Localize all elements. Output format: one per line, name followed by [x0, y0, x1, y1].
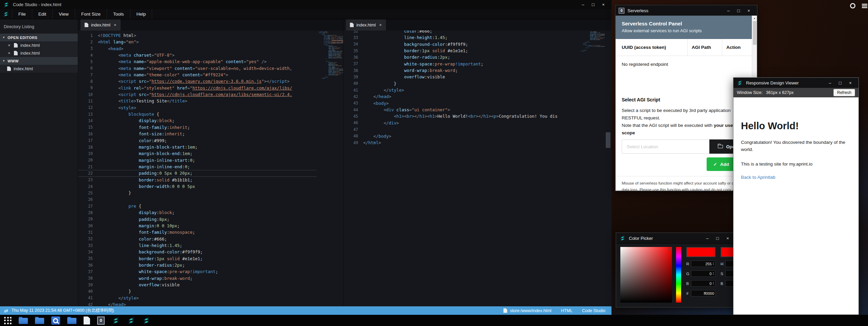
code-line[interactable]: 45 <h1><br></h1><h1>Hello World!<br></h1…: [343, 113, 578, 119]
status-file-path[interactable]: store:/www/index.html: [510, 308, 551, 313]
add-button[interactable]: ✓ Add: [707, 157, 736, 171]
code-line[interactable]: 8 <script src="https://code.jquery.com/j…: [78, 78, 317, 84]
scrollbar-thumb[interactable]: [753, 21, 757, 45]
menu-edit[interactable]: Edit: [32, 9, 53, 19]
code-line[interactable]: 37 white-space:pre-wrap!important;: [78, 268, 317, 275]
code-line[interactable]: 14 display:block;: [78, 117, 317, 124]
folder-icon[interactable]: [35, 318, 44, 324]
maximize-icon[interactable]: □: [712, 236, 723, 241]
code-line[interactable]: 30 margin:0 0 10px;: [78, 223, 317, 229]
serverless-app-icon[interactable]: 0: [97, 317, 105, 325]
code-line[interactable]: 49</html>: [343, 139, 578, 146]
spinner-icon[interactable]: ▲▼: [713, 262, 714, 265]
menu-help[interactable]: Help: [130, 9, 153, 19]
b-stepper[interactable]: B0▲▼: [686, 280, 715, 287]
code-line[interactable]: 39 overflow:visible: [78, 282, 317, 288]
code-line[interactable]: 9 <link rel="stylesheet" href="https://c…: [78, 85, 317, 91]
code-line[interactable]: 46 </div>: [343, 120, 578, 126]
minimize-icon[interactable]: –: [825, 80, 835, 85]
code-line[interactable]: 40 }: [343, 80, 578, 87]
code-line[interactable]: 33 line-height:1.45;: [78, 242, 317, 249]
code-line[interactable]: 38 word-wrap:break-word;: [78, 275, 317, 282]
scrollbar-thumb[interactable]: [606, 132, 610, 148]
media-player-icon[interactable]: [51, 317, 60, 325]
code-line[interactable]: 41 </style>: [343, 87, 578, 93]
code-line[interactable]: 34 background-color:#f9f9f9;: [78, 249, 317, 255]
code-line[interactable]: 4 <meta charset="UTF-8">: [78, 52, 317, 58]
code-line[interactable]: 31 font-family:monospace;: [78, 229, 317, 235]
g-stepper[interactable]: G0▲▼: [686, 270, 715, 277]
gradient-marker[interactable]: [668, 248, 671, 251]
minimize-icon[interactable]: –: [723, 8, 733, 13]
close-icon[interactable]: ×: [723, 236, 733, 241]
code-editor[interactable]: 32 color:#666;33 line-height:1.45;34 bac…: [343, 31, 578, 306]
color-swatch[interactable]: [686, 247, 715, 257]
code-line[interactable]: 35 border:1px solid #e1e1e1;: [343, 47, 578, 54]
code-line[interactable]: 19 margin-block-end:1em;: [78, 150, 317, 157]
sidebar-item-index-html[interactable]: ×index.html: [0, 41, 78, 49]
code-line[interactable]: 48 </body>: [343, 133, 578, 139]
code-line[interactable]: 1<!DOCTYPE html>: [78, 32, 317, 39]
maximize-icon[interactable]: □: [733, 8, 744, 13]
maximize-icon[interactable]: □: [835, 80, 845, 85]
minimize-icon[interactable]: –: [702, 236, 712, 241]
menu-font-size[interactable]: Font Size: [75, 9, 107, 19]
code-line[interactable]: 24 border-width:0 0 0 5px: [78, 183, 317, 190]
code-line[interactable]: 35 border:1px solid #e1e1e1;: [78, 255, 317, 262]
code-line[interactable]: 5 <meta name="apple-mobile-web-app-capab…: [78, 58, 317, 65]
tab-close-icon[interactable]: ×: [379, 22, 382, 27]
code-studio-icon[interactable]: [142, 317, 150, 325]
menu-view[interactable]: View: [53, 9, 75, 19]
menu-tools[interactable]: Tools: [107, 9, 130, 19]
hue-slider[interactable]: [676, 247, 681, 303]
loader-circle-icon[interactable]: [850, 3, 855, 8]
code-line[interactable]: 36 border-radius:2px;: [343, 54, 578, 60]
code-line[interactable]: 21 margin-inline-end:0;: [78, 164, 317, 170]
hex-field[interactable]: #ff0000: [686, 290, 715, 296]
code-line[interactable]: 11 <title>Testing Site</title>: [78, 98, 317, 104]
code-line[interactable]: 7 <meta name="theme-color" content="#ff9…: [78, 72, 317, 78]
code-line[interactable]: 18 margin-block-start:1em;: [78, 144, 317, 150]
hamburger-menu-icon[interactable]: [862, 4, 867, 8]
close-icon[interactable]: ×: [7, 43, 11, 48]
code-line[interactable]: 12 <style>: [78, 104, 317, 111]
scrollbar[interactable]: [605, 31, 612, 306]
spinner-icon[interactable]: ▲▼: [713, 272, 714, 275]
code-line[interactable]: 32 color:#666;: [343, 31, 578, 34]
code-line[interactable]: 17 color:#999;: [78, 137, 317, 144]
code-studio-icon[interactable]: [112, 317, 120, 325]
tab-index-html[interactable]: index.html ×: [346, 19, 386, 31]
sidebar-item-index-html[interactable]: index.html: [0, 65, 78, 73]
text-file-icon[interactable]: [84, 317, 90, 325]
folder-icon[interactable]: [67, 318, 76, 324]
code-line[interactable]: 25 }: [78, 190, 317, 196]
code-line[interactable]: 39 overflow:visible: [343, 74, 578, 80]
code-line[interactable]: 33 line-height:1.45;: [343, 34, 578, 41]
code-line[interactable]: 13 blockquote {: [78, 111, 317, 117]
r-stepper[interactable]: R255▲▼: [686, 261, 715, 267]
code-line[interactable]: 16 font-size:inherit;: [78, 131, 317, 137]
code-line[interactable]: 32 color:#666;: [78, 236, 317, 242]
minimize-icon[interactable]: –: [578, 2, 588, 7]
minimap[interactable]: color:#666; line-height:1.45; background…: [578, 31, 605, 306]
apps-grid-icon[interactable]: [4, 317, 12, 324]
tab-close-icon[interactable]: ×: [114, 22, 117, 27]
close-icon[interactable]: ×: [7, 51, 11, 56]
sidebar-item-index-html[interactable]: ×index.html: [0, 49, 78, 57]
back-link[interactable]: Back to Aprintlab: [741, 175, 775, 180]
code-line[interactable]: 37 white-space:pre-wrap!important;: [343, 61, 578, 67]
status-language[interactable]: HTML: [561, 308, 572, 313]
code-line[interactable]: 28 display:block;: [78, 209, 317, 216]
code-line[interactable]: 15 font-family:inherit;: [78, 124, 317, 131]
code-line[interactable]: 38 word-wrap:break-word;: [343, 67, 578, 74]
code-line[interactable]: 23 border:solid #b1b1b1;: [78, 177, 317, 183]
sidebar-section-open-editors[interactable]: ▼OPEN EDITORS: [0, 34, 78, 41]
tab-index-html[interactable]: index.html ×: [81, 19, 121, 31]
refresh-button[interactable]: Refresh: [833, 89, 855, 96]
code-line[interactable]: 34 background-color:#f9f9f9;: [343, 41, 578, 47]
code-line[interactable]: 10 <script src="https://cdnjs.cloudflare…: [78, 91, 317, 98]
code-studio-icon[interactable]: [127, 317, 135, 325]
code-line[interactable]: 47: [343, 126, 578, 133]
code-line[interactable]: 6 <meta name="viewport" content="user-sc…: [78, 65, 317, 72]
menu-file[interactable]: File: [12, 9, 32, 19]
